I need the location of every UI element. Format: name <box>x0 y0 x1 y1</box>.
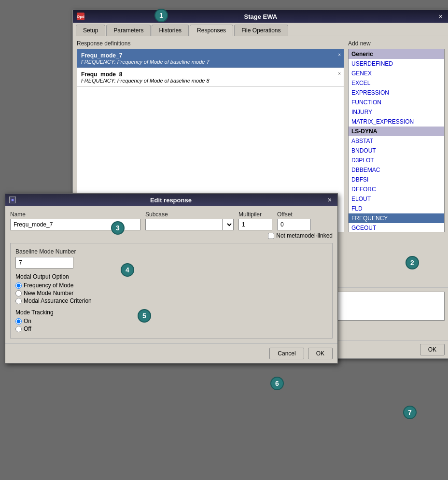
settings-panel: Baseline Mode Number Modal Output Option… <box>10 243 333 339</box>
response-item-2-name: Frequ_mode_8 <box>81 71 340 78</box>
subcase-input[interactable] <box>145 219 223 230</box>
tracking-option-off: Off <box>15 325 327 332</box>
addnew-gceout[interactable]: GCEOUT <box>349 223 444 232</box>
modal-option-1: Frequency of Mode <box>15 282 327 289</box>
edit-dialog: ■ Edit response × Name Subcase Multipile… <box>5 193 338 364</box>
response-item-2-desc: FREQUENCY: Frequency of Mode of baseline… <box>81 78 340 84</box>
modal-label-new-mode: New Mode Number <box>24 290 73 296</box>
modal-option-2: New Mode Number <box>15 290 327 296</box>
addnew-frequency[interactable]: FREQUENCY <box>349 213 444 223</box>
edit-dialog-close-button[interactable]: × <box>326 196 334 204</box>
addnew-fld[interactable]: FLD <box>349 204 444 213</box>
tracking-option-on: On <box>15 318 327 325</box>
form-group-subcase: Subcase <box>145 211 234 230</box>
modal-output-label: Modal Output Option <box>15 273 327 280</box>
addnew-injury[interactable]: INJURY <box>349 107 444 117</box>
addnew-bndout[interactable]: BNDOUT <box>349 146 444 155</box>
response-item-1-name: Frequ_mode_7 <box>81 52 340 59</box>
annotation-7: 7 <box>403 406 417 419</box>
multiplier-input[interactable] <box>238 219 272 230</box>
addnew-excel[interactable]: EXCEL <box>349 78 444 88</box>
modal-label-mac: Modal Assurance Criterion <box>24 297 92 304</box>
stage-title: Stage EWA <box>84 13 437 20</box>
addnew-deforc[interactable]: DEFORC <box>349 184 444 194</box>
edit-dialog-titlebar: ■ Edit response × <box>5 194 337 206</box>
form-row-top: Name Subcase Multipiler Offset <box>10 211 333 230</box>
addnew-expression[interactable]: EXPRESSION <box>349 88 444 98</box>
dialog-icon: ■ <box>9 197 16 203</box>
baseline-mode-label: Baseline Mode Number <box>15 248 327 255</box>
tracking-label-on: On <box>24 318 31 325</box>
tab-file-operations[interactable]: File Operations <box>234 25 288 36</box>
annotation-5: 5 <box>138 309 151 323</box>
cancel-button[interactable]: Cancel <box>269 348 304 359</box>
offset-input[interactable] <box>277 219 311 230</box>
subcase-select[interactable] <box>222 219 234 230</box>
response-definitions-label: Response definitions <box>77 40 344 47</box>
addnew-dbbemac[interactable]: DBBEMAC <box>349 165 444 175</box>
checkbox-row: Not metamodel-linked <box>10 232 333 239</box>
annotation-4: 4 <box>121 263 134 277</box>
edit-dialog-content: Name Subcase Multipiler Offset <box>5 206 337 343</box>
stage-ok-button[interactable]: OK <box>420 344 445 355</box>
baseline-mode-input[interactable] <box>15 257 73 268</box>
generic-header: Generic <box>349 49 444 59</box>
addnew-abstat[interactable]: ABSTAT <box>349 136 444 146</box>
tracking-label-off: Off <box>24 325 31 332</box>
addnew-elout[interactable]: ELOUT <box>349 194 444 204</box>
tabs-bar: Setup Parameters Histories Responses Fil… <box>73 23 448 36</box>
ok-button[interactable]: OK <box>308 348 333 359</box>
addnew-d3plot[interactable]: D3PLOT <box>349 155 444 165</box>
edit-dialog-title: Edit response <box>16 197 326 204</box>
modal-radio-mac[interactable] <box>15 298 22 304</box>
multiplier-label: Multipiler <box>238 211 272 218</box>
not-metamodel-label: Not metamodel-linked <box>276 232 333 239</box>
addnew-dbfsi[interactable]: DBFSI <box>349 175 444 184</box>
annotation-1: 1 <box>154 9 168 22</box>
addnew-genex[interactable]: GENEX <box>349 69 444 78</box>
addnew-matrix-expression[interactable]: MATRIX_EXPRESSION <box>349 117 444 127</box>
annotation-3: 3 <box>111 221 125 235</box>
response-item-2[interactable]: Frequ_mode_8 FREQUENCY: Frequency of Mod… <box>77 68 344 87</box>
stage-titlebar: Opd Stage EWA × <box>73 10 448 23</box>
name-label: Name <box>10 211 140 218</box>
tab-setup[interactable]: Setup <box>76 25 105 36</box>
app-icon: Opd <box>77 13 84 20</box>
stage-close-button[interactable]: × <box>437 13 445 20</box>
not-metamodel-checkbox[interactable] <box>268 233 274 239</box>
tracking-radio-off[interactable] <box>15 326 22 332</box>
addnew-function[interactable]: FUNCTION <box>349 98 444 107</box>
mode-tracking-label: Mode Tracking <box>15 309 327 316</box>
edit-dialog-footer: Cancel OK <box>5 343 337 363</box>
response-item-2-close[interactable]: × <box>338 71 341 76</box>
form-group-multiplier: Multipiler <box>238 211 272 230</box>
response-item-1-desc: FREQUENCY: Frequency of Mode of baseline… <box>81 59 340 65</box>
lsdyna-header: LS-DYNA <box>349 127 444 136</box>
annotation-6: 6 <box>270 377 284 390</box>
subcase-label: Subcase <box>145 211 234 218</box>
offset-label: Offset <box>277 211 311 218</box>
addnew-list[interactable]: Generic USERDEFINED GENEX EXCEL EXPRESSI… <box>348 49 445 232</box>
response-item-1-close[interactable]: × <box>338 52 341 57</box>
annotation-2: 2 <box>406 256 419 269</box>
modal-label-frequency: Frequency of Mode <box>24 282 73 289</box>
tab-histories[interactable]: Histories <box>152 25 189 36</box>
modal-radio-new-mode[interactable] <box>15 290 22 296</box>
modal-option-3: Modal Assurance Criterion <box>15 297 327 304</box>
tracking-radio-on[interactable] <box>15 318 22 325</box>
response-item-1[interactable]: Frequ_mode_7 FREQUENCY: Frequency of Mod… <box>77 49 344 68</box>
tab-parameters[interactable]: Parameters <box>106 25 151 36</box>
addnew-panel: Add new Generic USERDEFINED GENEX EXCEL … <box>348 40 445 283</box>
addnew-userdefined[interactable]: USERDEFINED <box>349 59 444 69</box>
modal-radio-frequency[interactable] <box>15 282 22 289</box>
addnew-label: Add new <box>348 40 445 47</box>
form-group-offset: Offset <box>277 211 311 230</box>
tab-responses[interactable]: Responses <box>190 25 233 36</box>
